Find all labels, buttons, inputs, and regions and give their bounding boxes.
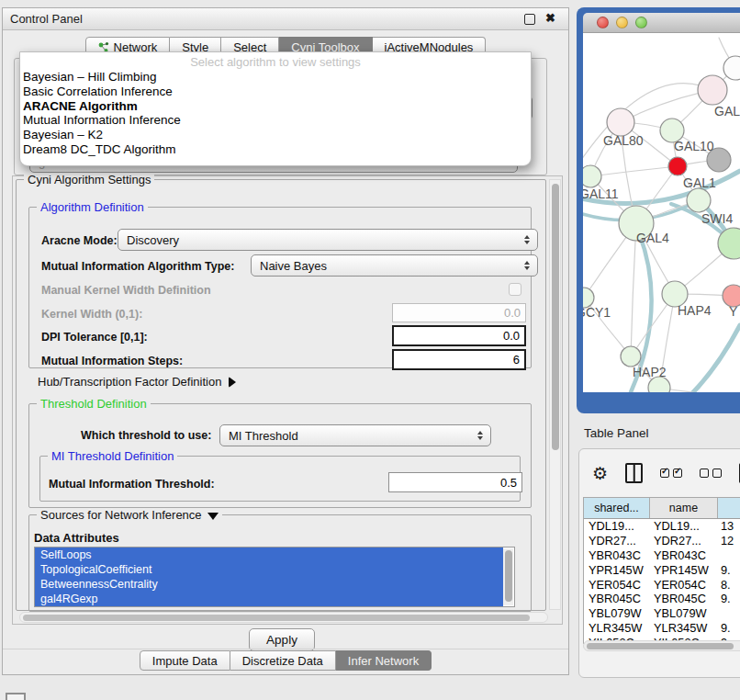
tab-label: Impute Data [152, 654, 218, 668]
table-header-row: shared...name [584, 498, 740, 519]
column-header-name[interactable]: name [650, 498, 718, 518]
group-title: MI Threshold Definition [48, 449, 177, 463]
scrollbar-thumb[interactable] [552, 184, 559, 450]
node-label-gal1: GAL1 [683, 175, 716, 190]
network-graph: GALGAL80GAL10GAL1GAL11SWI4GAL4GCY1HAP4YH… [583, 33, 740, 392]
tab-discretize-data[interactable]: Discretize Data [230, 650, 336, 671]
attribute-item-gal4rgexp[interactable]: gal4RGexp [35, 592, 503, 606]
table-row[interactable]: YBR045CYBR045C9. [584, 592, 740, 606]
minimized-panel-icon[interactable] [6, 693, 26, 700]
select-all-icon[interactable] [660, 469, 682, 478]
network-window-titlebar[interactable] [583, 13, 740, 33]
table-row[interactable]: YBR043CYBR043C [584, 548, 740, 563]
network-node-gal11[interactable] [583, 165, 601, 187]
manual-kernel-width-label: Manual Kernel Width Definition [41, 284, 211, 297]
mi-threshold-input[interactable]: 0.5 [388, 472, 522, 492]
which-threshold-value: MI Threshold [220, 429, 474, 443]
table-row[interactable]: YPR145WYPR145W9. [584, 562, 740, 577]
table-cell: YDL19... [650, 519, 718, 533]
table-row[interactable]: YDL19...YDL19...13 [584, 519, 740, 534]
network-edge [590, 166, 678, 176]
scrollbar-thumb[interactable] [23, 615, 530, 621]
attribute-item-betweennesscentrality[interactable]: BetweennessCentrality [35, 577, 503, 592]
settings-horizontal-scrollbar[interactable] [19, 612, 548, 623]
mi-threshold-label: Mutual Information Threshold: [49, 478, 215, 491]
which-threshold-label: Which threshold to use: [81, 429, 211, 442]
column-header-col2[interactable] [718, 498, 740, 518]
network-canvas[interactable]: GALGAL80GAL10GAL1GAL11SWI4GAL4GCY1HAP4YH… [583, 33, 740, 392]
aracne-mode-select[interactable]: Discovery [118, 229, 538, 251]
algorithm-option-bayesian-k2[interactable]: Bayesian – K2 [20, 128, 531, 142]
table-row[interactable]: YDR27...YDR27...12 [584, 534, 740, 548]
table-panel-header: Table Panel [577, 421, 740, 445]
table-row[interactable]: YER054CYER054C8. [584, 577, 740, 592]
kernel-width-input: 0.0 [392, 303, 526, 322]
close-traffic-light-icon[interactable] [597, 17, 609, 28]
close-icon[interactable]: ✖ [545, 11, 555, 25]
network-node-gal1[interactable] [668, 157, 687, 175]
group-title: Algorithm Definition [37, 200, 148, 214]
node-label-gcy1: GCY1 [583, 305, 611, 320]
algorithm-option-mutual-information-inference[interactable]: Mutual Information Inference [20, 113, 531, 128]
table-cell: 9. [718, 621, 740, 635]
gear-icon[interactable]: ⚙ [592, 465, 608, 482]
table-cell: YDR27... [650, 534, 718, 548]
node-label-gal80: GAL80 [603, 133, 644, 148]
checked-box-icon [660, 469, 669, 478]
table-cell: YBR043C [584, 548, 650, 562]
kernel-width-label: Kernel Width (0,1): [41, 308, 142, 321]
combo-stepper-icon[interactable] [474, 431, 487, 440]
which-threshold-select[interactable]: MI Threshold [219, 424, 491, 446]
mi-algorithm-type-select[interactable]: Naive Bayes [251, 254, 538, 277]
algorithm-option-basic-correlation-inference[interactable]: Basic Correlation Inference [20, 85, 531, 99]
control-panel-window: Control Panel ✖ NetworkStyleSelectCyni T… [2, 7, 569, 675]
algorithm-option-dream8-dc-tdc-algorithm[interactable]: Dream8 DC_TDC Algorithm [20, 142, 531, 157]
column-header-shared[interactable]: shared... [584, 498, 650, 518]
dpi-tolerance-input[interactable]: 0.0 [392, 325, 526, 346]
table-row[interactable]: YLR345WYLR345W9. [584, 621, 740, 636]
network-node-gal80[interactable] [607, 108, 634, 136]
deselect-all-icon[interactable] [700, 469, 722, 478]
node-table: shared...name YDL19...YDL19...13YDR27...… [583, 497, 740, 644]
tab-impute-data[interactable]: Impute Data [140, 650, 230, 671]
control-panel-titlebar: Control Panel ✖ [3, 8, 568, 30]
screen: { "control_panel": { "title": "Control P… [0, 0, 740, 700]
table-cell: YLR345W [584, 621, 650, 635]
attributes-scrollbar[interactable] [503, 548, 513, 605]
tab-infer-network[interactable]: Infer Network [336, 650, 432, 671]
attribute-item-selfloops[interactable]: SelfLoops [35, 548, 503, 562]
node-label-gal10: GAL10 [674, 139, 714, 153]
table-row[interactable]: YBL079WYBL079W [584, 606, 740, 621]
scrollbar-thumb[interactable] [505, 550, 512, 602]
algorithm-option-aracne-algorithm[interactable]: ARACNE Algorithm [20, 99, 531, 114]
network-node-hap2[interactable] [621, 346, 641, 367]
expand-arrow-icon[interactable] [229, 377, 236, 388]
algorithm-option-bayesian-hill-climbing[interactable]: Bayesian – Hill Climbing [20, 70, 531, 85]
table-cell: YER054C [650, 578, 718, 592]
float-window-icon[interactable] [524, 14, 535, 25]
combo-stepper-icon[interactable] [521, 235, 533, 244]
table-panel-title: Table Panel [577, 426, 649, 440]
sources-group-title[interactable]: Sources for Network Inference [37, 508, 222, 522]
data-attributes-list[interactable]: SelfLoopsTopologicalCoefficientBetweenne… [34, 547, 515, 607]
network-node-swi4[interactable] [687, 188, 711, 212]
mi-steps-label: Mutual Information Steps: [41, 355, 183, 367]
mi-steps-input[interactable]: 6 [392, 349, 526, 370]
combo-stepper-icon[interactable] [521, 261, 533, 270]
mi-algorithm-type-value: Naive Bayes [252, 259, 521, 273]
table-cell: YER054C [584, 578, 650, 592]
table-cell: YBR045C [650, 592, 718, 605]
table-horizontal-scrollbar[interactable] [583, 640, 740, 651]
zoom-traffic-light-icon[interactable] [635, 17, 647, 28]
settings-vertical-scrollbar[interactable] [549, 179, 561, 610]
scrollbar-thumb[interactable] [587, 643, 734, 649]
network-node-gal[interactable] [698, 75, 727, 105]
collapse-arrow-icon[interactable] [207, 513, 219, 520]
manual-kernel-width-checkbox[interactable] [509, 283, 521, 296]
minimize-traffic-light-icon[interactable] [616, 17, 628, 28]
node-label-hap4: HAP4 [678, 303, 712, 318]
attribute-item-topologicalcoefficient[interactable]: TopologicalCoefficient [35, 562, 503, 577]
column-layout-icon[interactable] [625, 463, 643, 483]
node-label-y: Y [729, 304, 738, 319]
hub-definition-expander[interactable]: Hub/Transcription Factor Definition [38, 375, 236, 389]
